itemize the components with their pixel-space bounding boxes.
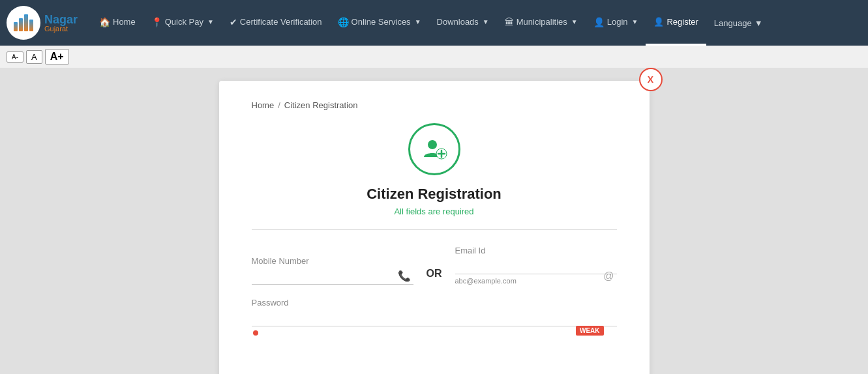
nav-home-label: Home bbox=[113, 17, 136, 27]
svg-point-0 bbox=[428, 140, 437, 149]
home-icon: 🏠 bbox=[99, 17, 110, 27]
nav-language[interactable]: Language ▼ bbox=[706, 0, 771, 46]
nav-register-label: Register bbox=[666, 17, 698, 27]
nav-online[interactable]: 🌐 Online Services ▼ bbox=[330, 0, 429, 46]
email-label: Email Id bbox=[455, 246, 617, 255]
navbar: Nagar Gujarat 🏠 Home 📍 Quick Pay ▼ ✔ Cer… bbox=[0, 0, 868, 46]
logo[interactable]: Nagar Gujarat bbox=[7, 6, 85, 40]
logo-circle bbox=[7, 6, 40, 40]
nav-online-label: Online Services bbox=[352, 17, 411, 27]
mobile-input[interactable] bbox=[252, 268, 413, 285]
nav-quickpay-label: Quick Pay bbox=[165, 17, 203, 27]
nav-downloads-label: Downloads bbox=[437, 17, 479, 27]
cert-icon: ✔ bbox=[230, 17, 237, 27]
font-decrease-button[interactable]: A- bbox=[7, 51, 23, 63]
red-dot bbox=[253, 330, 258, 336]
login-icon: 👤 bbox=[593, 17, 605, 27]
user-add-icon bbox=[421, 136, 447, 162]
logo-text: Nagar Gujarat bbox=[44, 14, 78, 33]
breadcrumb-separator: / bbox=[278, 100, 280, 110]
breadcrumb-home[interactable]: Home bbox=[252, 100, 275, 110]
at-icon: @ bbox=[603, 270, 614, 282]
font-normal-button[interactable]: A bbox=[26, 50, 42, 64]
form-divider bbox=[252, 229, 617, 230]
language-chevron: ▼ bbox=[755, 18, 763, 28]
weak-badge: WEAK bbox=[576, 326, 604, 336]
form-subtitle: All fields are required bbox=[252, 207, 617, 216]
online-chevron: ▼ bbox=[415, 18, 421, 25]
bar3 bbox=[24, 14, 28, 31]
breadcrumb-current: Citizen Registration bbox=[284, 100, 358, 110]
bar2 bbox=[19, 18, 23, 31]
close-button[interactable]: X bbox=[639, 68, 663, 91]
password-row: Password WEAK bbox=[252, 298, 617, 338]
logo-bars bbox=[11, 12, 36, 34]
nav-login-label: Login bbox=[607, 17, 628, 27]
email-group: Email Id @ abc@example.com bbox=[455, 246, 617, 285]
municipalities-chevron: ▼ bbox=[571, 18, 578, 25]
form-icon-ring bbox=[408, 123, 460, 175]
mobile-label: Mobile Number bbox=[252, 256, 413, 266]
password-input[interactable] bbox=[252, 310, 617, 326]
quickpay-chevron: ▼ bbox=[207, 18, 214, 25]
password-label: Password bbox=[252, 298, 617, 308]
nav-login[interactable]: 👤 Login ▼ bbox=[586, 0, 646, 46]
logo-gujarat-text: Gujarat bbox=[44, 25, 78, 33]
logo-nagar-text: Nagar bbox=[44, 14, 78, 25]
form-title: Citizen Registration bbox=[252, 186, 617, 203]
or-text: OR bbox=[413, 268, 455, 285]
municipalities-icon: 🏛 bbox=[505, 17, 514, 27]
accessibility-bar: A- A A+ bbox=[0, 46, 868, 68]
breadcrumb: Home / Citizen Registration bbox=[252, 100, 617, 110]
page-content: X Home / Citizen Registration Citizen Re… bbox=[0, 68, 868, 374]
login-chevron: ▼ bbox=[632, 18, 638, 25]
password-group: Password WEAK bbox=[252, 298, 617, 338]
registration-modal: X Home / Citizen Registration Citizen Re… bbox=[219, 81, 650, 374]
email-input[interactable] bbox=[455, 258, 617, 274]
nav-municipalities-label: Municipalities bbox=[516, 17, 567, 27]
mobile-group: Mobile Number 📞 bbox=[252, 256, 413, 285]
form-icon-container bbox=[252, 123, 617, 175]
nav-cert[interactable]: ✔ Certificate Verification bbox=[222, 0, 330, 46]
nav-home[interactable]: 🏠 Home bbox=[91, 0, 143, 46]
nav-cert-label: Certificate Verification bbox=[240, 17, 322, 27]
nav-items: 🏠 Home 📍 Quick Pay ▼ ✔ Certificate Verif… bbox=[91, 0, 861, 46]
bar4 bbox=[29, 20, 33, 31]
nav-quickpay[interactable]: 📍 Quick Pay ▼ bbox=[143, 0, 222, 46]
register-icon: 👤 bbox=[653, 17, 664, 27]
quickpay-icon: 📍 bbox=[151, 17, 162, 27]
nav-downloads[interactable]: Downloads ▼ bbox=[429, 0, 497, 46]
nav-language-label: Language bbox=[714, 18, 752, 28]
phone-icon: 📞 bbox=[398, 270, 411, 282]
online-icon: 🌐 bbox=[338, 17, 349, 27]
nav-register[interactable]: 👤 Register bbox=[646, 0, 706, 46]
downloads-chevron: ▼ bbox=[483, 18, 489, 25]
bar1 bbox=[14, 22, 18, 31]
nav-municipalities[interactable]: 🏛 Municipalities ▼ bbox=[497, 0, 586, 46]
contact-row: Mobile Number 📞 OR Email Id @ abc@exampl… bbox=[252, 246, 617, 285]
font-increase-button[interactable]: A+ bbox=[45, 49, 69, 65]
email-hint: abc@example.com bbox=[455, 277, 617, 285]
